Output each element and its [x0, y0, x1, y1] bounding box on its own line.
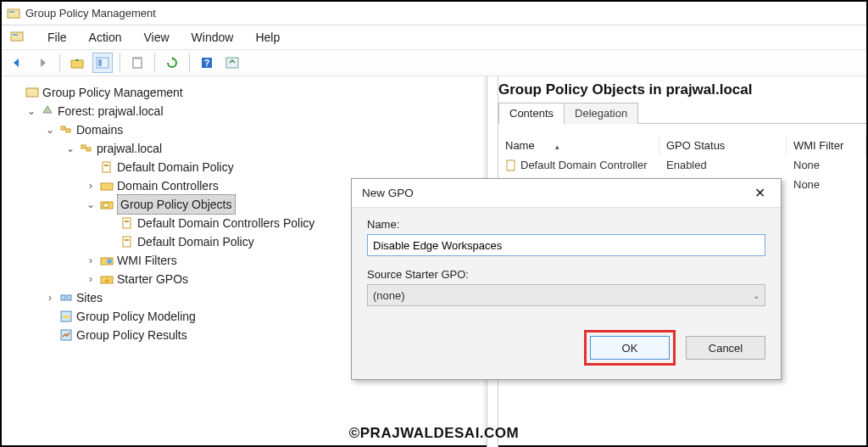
menu-window[interactable]: Window: [190, 29, 236, 46]
tab-contents[interactable]: Contents: [498, 103, 565, 124]
detail-title: Group Policy Objects in prajwal.local: [498, 81, 866, 98]
titlebar: Group Policy Management: [2, 2, 866, 25]
svg-rect-0: [8, 9, 19, 18]
up-button[interactable]: [67, 53, 87, 73]
window-title: Group Policy Management: [25, 7, 156, 20]
results-icon: [59, 328, 73, 342]
svg-rect-4: [71, 60, 83, 68]
svg-rect-13: [61, 126, 65, 130]
svg-rect-12: [26, 88, 38, 97]
tree-domains[interactable]: ⌄ Domains: [7, 120, 483, 139]
gpo-icon: [120, 235, 134, 249]
gpm-icon: [25, 86, 39, 99]
name-label: Name:: [367, 218, 765, 231]
tree-forest[interactable]: ⌄ Forest: prajwal.local: [7, 102, 483, 120]
back-button[interactable]: [7, 53, 27, 73]
close-icon[interactable]: ✕: [749, 183, 771, 203]
cell-status: Enabled: [659, 157, 787, 173]
tree-domain[interactable]: ⌄ prajwal.local: [7, 139, 483, 158]
gpo-folder-icon: [100, 198, 114, 211]
cell-name: Default Domain Controller: [520, 159, 648, 171]
svg-point-27: [107, 259, 112, 264]
expander-icon[interactable]: ›: [85, 251, 97, 270]
svg-rect-1: [9, 11, 14, 13]
domain-icon: [80, 142, 93, 155]
dialog-titlebar: New GPO ✕: [352, 179, 781, 208]
svg-rect-17: [103, 162, 110, 172]
ok-button[interactable]: OK: [590, 336, 670, 360]
starter-gpo-icon: [100, 272, 114, 286]
svg-rect-25: [125, 239, 129, 241]
expander-icon[interactable]: ⌄: [64, 139, 76, 158]
select-value: (none): [373, 289, 405, 302]
col-name[interactable]: Name▴: [498, 136, 659, 155]
gpo-icon: [120, 216, 134, 230]
clipboard-button[interactable]: [127, 53, 147, 73]
expander-icon[interactable]: ›: [44, 288, 56, 307]
toolbar-separator: [59, 53, 60, 72]
app-icon: [7, 7, 20, 20]
svg-rect-18: [104, 165, 108, 166]
source-starter-select[interactable]: (none) ⌄: [367, 284, 765, 306]
menu-file[interactable]: File: [46, 29, 69, 46]
source-label: Source Starter GPO:: [367, 268, 765, 281]
expander-icon[interactable]: ⌄: [25, 102, 37, 120]
svg-rect-29: [61, 295, 65, 300]
dialog-title: New GPO: [362, 187, 414, 199]
show-hide-tree-button[interactable]: [92, 53, 113, 73]
cell-wmi: None: [787, 176, 866, 193]
expander-icon[interactable]: ›: [85, 270, 97, 288]
svg-rect-8: [135, 57, 140, 59]
menu-help[interactable]: Help: [253, 29, 281, 46]
svg-rect-15: [81, 145, 86, 148]
toolbar-separator: [154, 53, 155, 72]
menu-action[interactable]: Action: [87, 29, 124, 46]
svg-rect-34: [507, 160, 515, 170]
sites-icon: [59, 291, 73, 305]
svg-rect-23: [125, 221, 129, 222]
app-window: Group Policy Management File Action View…: [0, 0, 868, 447]
mmc-icon: [10, 30, 24, 46]
forward-button[interactable]: [32, 53, 53, 73]
refresh-button[interactable]: [162, 53, 182, 73]
svg-text:?: ?: [204, 58, 210, 68]
chevron-down-icon: ⌄: [753, 291, 760, 300]
menubar: File Action View Window Help: [2, 25, 866, 49]
svg-rect-3: [13, 34, 18, 36]
tab-delegation[interactable]: Delegation: [564, 103, 638, 124]
tree-default-domain-policy[interactable]: Default Domain Policy: [7, 158, 483, 176]
expander-icon[interactable]: ⌄: [85, 195, 97, 214]
cancel-button[interactable]: Cancel: [686, 336, 765, 360]
svg-rect-32: [63, 316, 70, 318]
cell-wmi: None: [787, 157, 866, 173]
toolbar-separator: [120, 53, 120, 72]
col-status[interactable]: GPO Status: [659, 136, 787, 155]
forest-icon: [41, 104, 54, 118]
ou-icon: [100, 179, 114, 193]
wmi-icon: [100, 254, 114, 267]
svg-rect-2: [11, 32, 23, 41]
highlight-box: OK: [584, 330, 676, 366]
svg-rect-22: [123, 218, 131, 228]
table-row[interactable]: Default Domain Controller Enabled None: [498, 155, 866, 175]
svg-rect-24: [123, 237, 131, 247]
expander-icon[interactable]: ›: [85, 176, 97, 195]
help-button[interactable]: ?: [197, 53, 217, 73]
svg-rect-16: [86, 148, 91, 151]
new-gpo-dialog: New GPO ✕ Name: Source Starter GPO: (non…: [351, 178, 782, 380]
svg-rect-30: [67, 295, 71, 300]
table-header: Name▴ GPO Status WMI Filter: [498, 136, 866, 155]
svg-rect-6: [98, 59, 102, 66]
svg-rect-21: [103, 204, 108, 207]
svg-rect-11: [226, 58, 238, 68]
modeling-icon: [59, 310, 73, 323]
name-input[interactable]: [367, 234, 765, 256]
expander-icon[interactable]: ⌄: [44, 120, 56, 139]
gpo-icon: [505, 159, 517, 171]
watermark: ©PRAJWALDESAI.COM: [349, 425, 519, 442]
menu-view[interactable]: View: [142, 29, 170, 46]
col-wmi[interactable]: WMI Filter: [787, 136, 866, 155]
tree-root[interactable]: Group Policy Management: [7, 83, 483, 102]
export-button[interactable]: [222, 53, 242, 73]
gpo-link-icon: [100, 160, 114, 174]
